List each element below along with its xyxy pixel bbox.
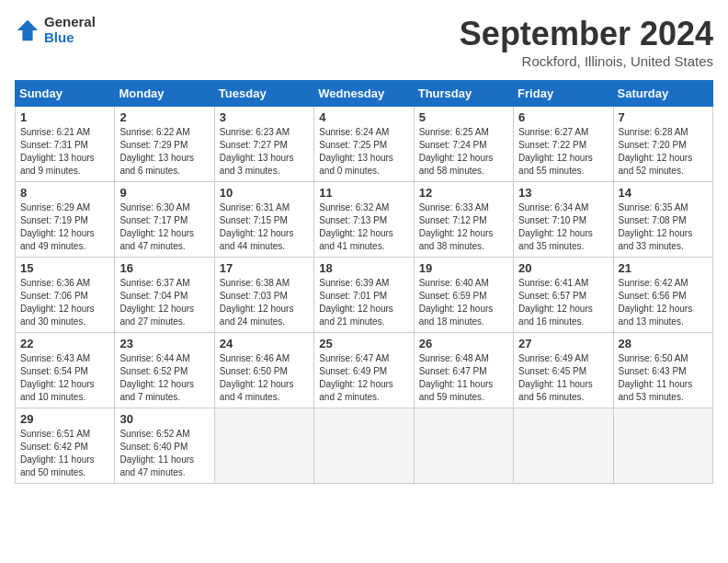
calendar-cell: 9Sunrise: 6:30 AMSunset: 7:17 PMDaylight…: [115, 182, 214, 258]
day-info: Sunrise: 6:43 AMSunset: 6:54 PMDaylight:…: [20, 352, 109, 404]
day-info: Sunrise: 6:22 AMSunset: 7:29 PMDaylight:…: [119, 126, 209, 178]
calendar-week-4: 29Sunrise: 6:51 AMSunset: 6:42 PMDayligh…: [16, 408, 713, 484]
logo-general: General: [44, 15, 96, 30]
day-info: Sunrise: 6:40 AMSunset: 6:59 PMDaylight:…: [419, 277, 508, 328]
calendar-cell: 15Sunrise: 6:36 AMSunset: 7:06 PMDayligh…: [16, 258, 115, 333]
calendar-cell: 1Sunrise: 6:21 AMSunset: 7:31 PMDaylight…: [16, 107, 115, 182]
calendar-cell: 12Sunrise: 6:33 AMSunset: 7:12 PMDayligh…: [414, 182, 513, 258]
calendar-cell: 26Sunrise: 6:48 AMSunset: 6:47 PMDayligh…: [414, 333, 513, 408]
day-number: 6: [518, 110, 608, 124]
day-number: 13: [518, 186, 608, 200]
day-number: 23: [119, 337, 209, 350]
day-number: 16: [119, 261, 209, 275]
day-number: 18: [319, 261, 408, 275]
calendar-cell: [314, 408, 414, 484]
day-number: 30: [119, 412, 209, 426]
calendar-cell: 19Sunrise: 6:40 AMSunset: 6:59 PMDayligh…: [414, 258, 513, 333]
day-number: 27: [518, 337, 608, 350]
calendar-cell: 24Sunrise: 6:46 AMSunset: 6:50 PMDayligh…: [214, 333, 313, 408]
logo: General Blue: [15, 15, 96, 45]
day-number: 19: [419, 261, 508, 275]
day-info: Sunrise: 6:32 AMSunset: 7:13 PMDaylight:…: [319, 201, 408, 253]
day-number: 9: [119, 186, 209, 200]
header-wednesday: Wednesday: [314, 81, 414, 107]
day-number: 10: [220, 186, 309, 200]
title-block: September 2024 Rockford, Illinois, Unite…: [460, 15, 713, 69]
calendar-cell: 3Sunrise: 6:23 AMSunset: 7:27 PMDaylight…: [214, 107, 313, 182]
day-info: Sunrise: 6:24 AMSunset: 7:25 PMDaylight:…: [319, 126, 408, 178]
calendar-cell: 14Sunrise: 6:35 AMSunset: 7:08 PMDayligh…: [613, 182, 712, 258]
day-number: 2: [119, 110, 209, 124]
day-info: Sunrise: 6:44 AMSunset: 6:52 PMDaylight:…: [119, 352, 209, 404]
calendar-cell: 28Sunrise: 6:50 AMSunset: 6:43 PMDayligh…: [613, 333, 712, 408]
calendar-cell: 17Sunrise: 6:38 AMSunset: 7:03 PMDayligh…: [214, 258, 313, 333]
day-number: 25: [319, 337, 408, 350]
day-info: Sunrise: 6:31 AMSunset: 7:15 PMDaylight:…: [220, 201, 309, 253]
calendar-cell: 18Sunrise: 6:39 AMSunset: 7:01 PMDayligh…: [314, 258, 414, 333]
day-info: Sunrise: 6:47 AMSunset: 6:49 PMDaylight:…: [319, 352, 408, 404]
day-number: 1: [20, 110, 109, 124]
day-number: 5: [419, 110, 508, 124]
day-info: Sunrise: 6:49 AMSunset: 6:45 PMDaylight:…: [518, 352, 608, 404]
day-info: Sunrise: 6:52 AMSunset: 6:40 PMDaylight:…: [119, 428, 209, 479]
day-info: Sunrise: 6:30 AMSunset: 7:17 PMDaylight:…: [119, 201, 209, 253]
calendar-cell: 6Sunrise: 6:27 AMSunset: 7:22 PMDaylight…: [514, 107, 613, 182]
day-info: Sunrise: 6:50 AMSunset: 6:43 PMDaylight:…: [619, 352, 708, 404]
day-info: Sunrise: 6:37 AMSunset: 7:04 PMDaylight:…: [119, 277, 209, 328]
calendar-table: SundayMondayTuesdayWednesdayThursdayFrid…: [15, 80, 713, 484]
calendar-cell: 16Sunrise: 6:37 AMSunset: 7:04 PMDayligh…: [115, 258, 214, 333]
day-number: 24: [220, 337, 309, 350]
calendar-cell: [414, 408, 513, 484]
day-info: Sunrise: 6:33 AMSunset: 7:12 PMDaylight:…: [419, 201, 508, 253]
calendar-cell: 13Sunrise: 6:34 AMSunset: 7:10 PMDayligh…: [514, 182, 613, 258]
day-info: Sunrise: 6:38 AMSunset: 7:03 PMDaylight:…: [220, 277, 309, 328]
day-info: Sunrise: 6:23 AMSunset: 7:27 PMDaylight:…: [220, 126, 309, 178]
header-tuesday: Tuesday: [214, 81, 313, 107]
day-number: 12: [419, 186, 508, 200]
logo-blue: Blue: [44, 30, 96, 46]
day-info: Sunrise: 6:28 AMSunset: 7:20 PMDaylight:…: [619, 126, 708, 178]
header-saturday: Saturday: [613, 81, 712, 107]
calendar-cell: [613, 408, 712, 484]
header-friday: Friday: [514, 81, 613, 107]
calendar-cell: [214, 408, 313, 484]
calendar-cell: 4Sunrise: 6:24 AMSunset: 7:25 PMDaylight…: [314, 107, 414, 182]
day-number: 28: [619, 337, 708, 350]
calendar-cell: 22Sunrise: 6:43 AMSunset: 6:54 PMDayligh…: [16, 333, 115, 408]
day-number: 8: [20, 186, 109, 200]
day-number: 21: [619, 261, 708, 275]
day-info: Sunrise: 6:39 AMSunset: 7:01 PMDaylight:…: [319, 277, 408, 328]
logo-text: General Blue: [44, 15, 96, 45]
header-monday: Monday: [115, 81, 214, 107]
day-number: 7: [619, 110, 708, 124]
calendar-week-1: 8Sunrise: 6:29 AMSunset: 7:19 PMDaylight…: [16, 182, 713, 258]
day-info: Sunrise: 6:27 AMSunset: 7:22 PMDaylight:…: [518, 126, 608, 178]
day-info: Sunrise: 6:41 AMSunset: 6:57 PMDaylight:…: [518, 277, 608, 328]
calendar-cell: 11Sunrise: 6:32 AMSunset: 7:13 PMDayligh…: [314, 182, 414, 258]
day-info: Sunrise: 6:36 AMSunset: 7:06 PMDaylight:…: [20, 277, 109, 328]
day-info: Sunrise: 6:35 AMSunset: 7:08 PMDaylight:…: [619, 201, 708, 253]
calendar-cell: 21Sunrise: 6:42 AMSunset: 6:56 PMDayligh…: [613, 258, 712, 333]
calendar-cell: [514, 408, 613, 484]
day-number: 17: [220, 261, 309, 275]
day-number: 29: [20, 412, 109, 426]
calendar-header-row: SundayMondayTuesdayWednesdayThursdayFrid…: [16, 81, 713, 107]
calendar-week-3: 22Sunrise: 6:43 AMSunset: 6:54 PMDayligh…: [16, 333, 713, 408]
calendar-cell: 7Sunrise: 6:28 AMSunset: 7:20 PMDaylight…: [613, 107, 712, 182]
day-info: Sunrise: 6:42 AMSunset: 6:56 PMDaylight:…: [619, 277, 708, 328]
day-info: Sunrise: 6:46 AMSunset: 6:50 PMDaylight:…: [220, 352, 309, 404]
calendar-cell: 2Sunrise: 6:22 AMSunset: 7:29 PMDaylight…: [115, 107, 214, 182]
calendar-cell: 5Sunrise: 6:25 AMSunset: 7:24 PMDaylight…: [414, 107, 513, 182]
day-info: Sunrise: 6:21 AMSunset: 7:31 PMDaylight:…: [20, 126, 109, 178]
calendar-cell: 27Sunrise: 6:49 AMSunset: 6:45 PMDayligh…: [514, 333, 613, 408]
day-number: 11: [319, 186, 408, 200]
day-number: 4: [319, 110, 408, 124]
month-title: September 2024: [460, 15, 713, 53]
day-info: Sunrise: 6:48 AMSunset: 6:47 PMDaylight:…: [419, 352, 508, 404]
logo-icon: [15, 17, 40, 43]
calendar-week-2: 15Sunrise: 6:36 AMSunset: 7:06 PMDayligh…: [16, 258, 713, 333]
day-info: Sunrise: 6:34 AMSunset: 7:10 PMDaylight:…: [518, 201, 608, 253]
calendar-cell: 30Sunrise: 6:52 AMSunset: 6:40 PMDayligh…: [115, 408, 214, 484]
day-number: 15: [20, 261, 109, 275]
svg-marker-0: [17, 19, 38, 40]
